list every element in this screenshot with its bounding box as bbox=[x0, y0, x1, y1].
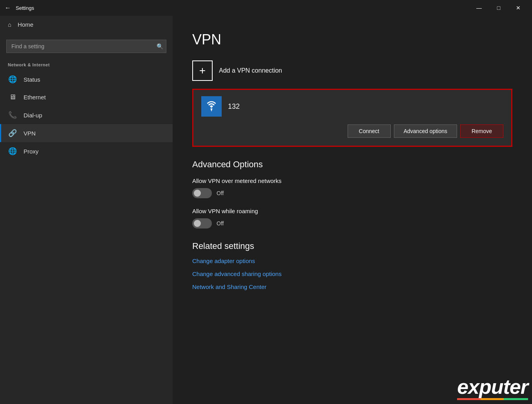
search-icon-button[interactable]: 🔍 bbox=[157, 43, 163, 49]
metered-toggle-status: Off bbox=[217, 190, 224, 196]
sidebar-item-vpn[interactable]: 🔗 VPN bbox=[0, 124, 173, 142]
add-vpn-row[interactable]: + Add a VPN connection bbox=[192, 60, 512, 81]
watermark: exputer bbox=[457, 377, 528, 400]
vpn-icon: 🔗 bbox=[8, 129, 17, 137]
titlebar-title: Settings bbox=[16, 5, 34, 11]
add-vpn-label: Add a VPN connection bbox=[219, 67, 282, 74]
sharing-center-link[interactable]: Network and Sharing Center bbox=[192, 283, 512, 290]
sidebar-search: 🔍 bbox=[6, 40, 166, 53]
vpn-connection-icon bbox=[201, 96, 222, 117]
vpn-card-header: 132 bbox=[201, 96, 503, 117]
home-icon: ⌂ bbox=[8, 21, 11, 28]
status-icon: 🌐 bbox=[8, 75, 17, 84]
roaming-row: Allow VPN while roaming Off bbox=[192, 208, 512, 229]
search-input[interactable] bbox=[6, 40, 166, 53]
metered-toggle-knob bbox=[194, 190, 201, 197]
sidebar-item-ethernet[interactable]: 🖥 Ethernet bbox=[0, 88, 173, 106]
watermark-text: exputer bbox=[457, 377, 528, 397]
sidebar-item-label: Ethernet bbox=[24, 94, 46, 101]
ethernet-icon: 🖥 bbox=[8, 93, 17, 101]
sidebar-item-label: Status bbox=[24, 76, 40, 83]
connect-button[interactable]: Connect bbox=[348, 124, 391, 138]
vpn-logo-svg bbox=[205, 100, 218, 113]
add-vpn-button[interactable]: + bbox=[192, 60, 213, 81]
app-body: ⌂ Home 🔍 Network & Internet 🌐 Status 🖥 E… bbox=[0, 16, 532, 404]
sidebar-item-dialup[interactable]: 📞 Dial-up bbox=[0, 106, 173, 124]
sidebar-item-label: VPN bbox=[24, 130, 36, 137]
roaming-toggle-status: Off bbox=[217, 220, 224, 227]
related-settings-title: Related settings bbox=[192, 241, 512, 251]
watermark-bar bbox=[457, 398, 528, 400]
vpn-connection-name: 132 bbox=[228, 102, 240, 111]
page-title: VPN bbox=[192, 31, 512, 48]
sidebar-item-proxy[interactable]: 🌐 Proxy bbox=[0, 142, 173, 160]
titlebar: ← Settings — □ ✕ bbox=[0, 0, 532, 16]
change-sharing-link[interactable]: Change advanced sharing options bbox=[192, 271, 512, 277]
restore-button[interactable]: □ bbox=[490, 2, 508, 14]
sidebar-item-status[interactable]: 🌐 Status bbox=[0, 70, 173, 88]
dialup-icon: 📞 bbox=[8, 111, 17, 119]
roaming-label: Allow VPN while roaming bbox=[192, 208, 512, 214]
metered-toggle-container: Off bbox=[192, 188, 512, 198]
remove-button[interactable]: Remove bbox=[460, 124, 503, 138]
home-label: Home bbox=[18, 21, 33, 28]
sidebar-item-label: Proxy bbox=[24, 148, 38, 155]
proxy-icon: 🌐 bbox=[8, 147, 17, 155]
metered-networks-row: Allow VPN over metered networks Off bbox=[192, 177, 512, 198]
vpn-card-buttons: Connect Advanced options Remove bbox=[201, 124, 503, 138]
metered-toggle[interactable] bbox=[192, 188, 212, 198]
advanced-options-button[interactable]: Advanced options bbox=[394, 124, 457, 138]
roaming-toggle-knob bbox=[194, 220, 201, 227]
minimize-button[interactable]: — bbox=[470, 2, 488, 14]
advanced-options-title: Advanced Options bbox=[192, 159, 512, 170]
metered-networks-label: Allow VPN over metered networks bbox=[192, 177, 512, 184]
window-controls: — □ ✕ bbox=[470, 2, 527, 14]
sidebar-item-home[interactable]: ⌂ Home bbox=[0, 16, 173, 33]
sidebar-section-title: Network & Internet bbox=[0, 56, 173, 70]
roaming-toggle[interactable] bbox=[192, 218, 212, 229]
sidebar: ⌂ Home 🔍 Network & Internet 🌐 Status 🖥 E… bbox=[0, 16, 173, 404]
back-button[interactable]: ← bbox=[5, 4, 11, 11]
content-area: VPN + Add a VPN connection 132 Connect A… bbox=[173, 16, 532, 404]
sidebar-item-label: Dial-up bbox=[24, 112, 42, 119]
change-adapter-link[interactable]: Change adapter options bbox=[192, 258, 512, 264]
vpn-card: 132 Connect Advanced options Remove bbox=[192, 89, 512, 147]
close-button[interactable]: ✕ bbox=[509, 2, 527, 14]
roaming-toggle-container: Off bbox=[192, 218, 512, 229]
